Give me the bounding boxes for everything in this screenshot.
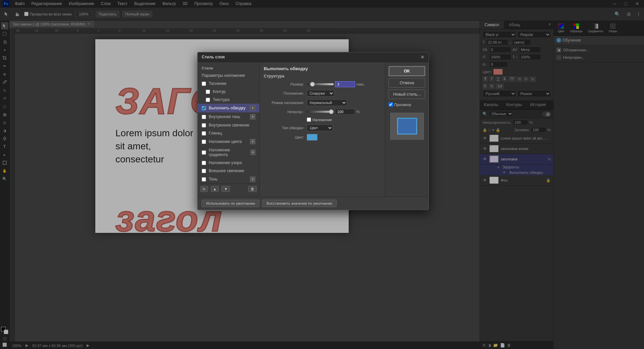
overlap-row: Наложение [264,117,381,122]
inner-glow-label: Внутреннее свечение [209,123,249,128]
gradient-overlay-label: Наложение градиента [209,148,248,157]
satin-item[interactable]: Глянец [198,129,259,137]
blend-mode-row: Режим наложения: Нормальный Растворение … [264,99,381,106]
styles-fx-bar: fx ▲ ▼ 🗑 [198,184,259,194]
position-row: Положение: Снаружи Внутри По центру [264,90,381,97]
move-down-btn[interactable]: ▼ [221,186,230,192]
emboss-checkbox[interactable] [202,82,206,86]
stroke-type-row: Тип обводки: Цвет Градиент Узор [264,124,381,131]
photoshop-window: Ps Файл Редактирование Изображение Слои … [0,0,644,349]
emboss-item[interactable]: Тиснение [198,80,259,88]
outer-glow-item[interactable]: Внешнее свечение [198,167,259,175]
opacity-pct-label: % [356,110,360,114]
inner-shadow-label: Внутренняя тень [209,114,240,119]
stroke-color-swatch[interactable] [307,134,317,141]
ok-btn[interactable]: OK [389,66,425,76]
contour-checkbox[interactable] [206,90,210,94]
color-overlay-checkbox[interactable] [202,140,206,144]
inner-glow-checkbox[interactable] [202,123,206,128]
dialog-bottom: Использовать по умолчанию Восстановить з… [198,197,429,210]
stroke-type-select[interactable]: Цвет Градиент Узор [307,124,333,131]
size-label: Размер: [264,82,304,86]
preview-box [390,113,424,140]
dialog-overlay: Стиль слоя ✕ Стили Параметры наложения Т… [0,0,644,349]
delete-effect-btn[interactable]: 🗑 [248,186,257,192]
color-overlay-plus-btn[interactable]: + [250,139,255,144]
texture-checkbox[interactable] [206,98,210,102]
size-slider-thumb[interactable] [310,82,315,87]
dialog-opacity-label: Непрозр.: [264,110,304,114]
inner-glow-item[interactable]: Внутреннее свечение [198,121,259,129]
emboss-label: Тиснение [209,81,227,86]
use-default-btn[interactable]: Использовать по умолчанию [202,200,259,207]
size-input[interactable] [335,81,355,87]
pattern-overlay-label: Наложение узора [209,160,242,165]
preview-checkbox[interactable] [389,102,393,107]
dialog-opacity-row: Непрозр.: % [264,109,381,115]
gradient-plus-btn[interactable]: + [250,150,255,155]
stroke-section-title: Выполнить обводку [264,66,381,71]
params-label: Параметры наложения [202,73,245,78]
dialog-opacity-input[interactable] [335,109,355,115]
blend-mode-label: Режим наложения: [264,101,304,105]
shadow-item[interactable]: Тень + [198,175,259,184]
outer-glow-label: Внешнее свечение [209,168,244,173]
dialog-close-btn[interactable]: ✕ [420,54,425,60]
preview-text: Просмотр [394,103,411,107]
size-unit: пикс. [356,82,365,86]
stroke-color-row: Цвет: [264,134,381,141]
stroke-color-label: Цвет: [264,135,304,139]
dialog-titlebar: Стиль слоя ✕ [198,52,429,62]
pattern-overlay-checkbox[interactable] [202,161,206,165]
style-dialog: Стиль слоя ✕ Стили Параметры наложения Т… [197,52,429,210]
dialog-title: Стиль слоя [202,55,225,59]
shadow-label: Тень [209,177,217,182]
gradient-overlay-checkbox[interactable] [202,150,206,155]
cancel-btn[interactable]: Отмена [389,78,425,88]
position-select[interactable]: Снаружи Внутри По центру [307,90,334,97]
contour-label: Контур [213,89,226,94]
stroke-plus-btn[interactable]: + [250,105,255,111]
restore-default-btn[interactable]: Восстановить значения по умолчанию [262,200,337,207]
fx-btn[interactable]: fx [200,186,208,192]
stroke-settings: Выполнить обводку Структура Размер: пикс… [260,62,385,197]
overlap-label[interactable]: Наложение [307,117,332,122]
opacity-slider-thumb[interactable] [329,109,334,114]
dialog-buttons: OK Отмена Новый стиль... Просмотр [385,62,429,197]
color-overlay-item[interactable]: Наложение цвета + [198,137,259,146]
overlap-checkbox[interactable] [307,117,311,122]
outer-glow-checkbox[interactable] [202,169,206,173]
size-slider-track[interactable] [307,83,334,85]
pattern-overlay-item[interactable]: Наложение узора [198,159,259,167]
gradient-overlay-item[interactable]: Наложение градиента + [198,146,259,159]
preview-label[interactable]: Просмотр [389,101,425,108]
move-up-btn[interactable]: ▲ [211,186,219,192]
position-label: Положение: [264,91,304,95]
inner-shadow-plus-btn[interactable]: + [250,114,255,119]
styles-section-title: Стили [198,65,259,71]
preview-inner [397,118,417,135]
params-item[interactable]: Параметры наложения [198,71,259,80]
shadow-checkbox[interactable] [202,177,206,182]
overlap-text: Наложение [312,118,332,122]
opacity-slider-track[interactable] [307,111,334,113]
shadow-plus-btn[interactable]: + [250,177,255,182]
stroke-type-label: Тип обводки: [264,126,304,130]
satin-checkbox[interactable] [202,131,206,136]
texture-label: Текстура [213,97,230,102]
stroke-item[interactable]: Выполнить обводку + [198,104,259,112]
new-style-btn[interactable]: Новый стиль... [389,90,425,99]
contour-item[interactable]: Контур [198,88,259,96]
texture-item[interactable]: Текстура [198,96,259,104]
satin-label: Глянец [209,131,222,136]
size-row: Размер: пикс. [264,81,381,87]
dialog-body: Стили Параметры наложения Тиснение Конту… [198,62,429,197]
styles-list: Стили Параметры наложения Тиснение Конту… [198,62,260,197]
inner-shadow-checkbox[interactable] [202,115,206,119]
structure-title: Структура [264,74,381,79]
color-overlay-label: Наложение цвета [209,139,242,144]
inner-shadow-item[interactable]: Внутренняя тень + [198,112,259,121]
blend-mode-select[interactable]: Нормальный Растворение Затемнение [307,99,347,106]
stroke-checkbox[interactable] [202,106,206,110]
stroke-label: Выполнить обводку [209,106,246,110]
